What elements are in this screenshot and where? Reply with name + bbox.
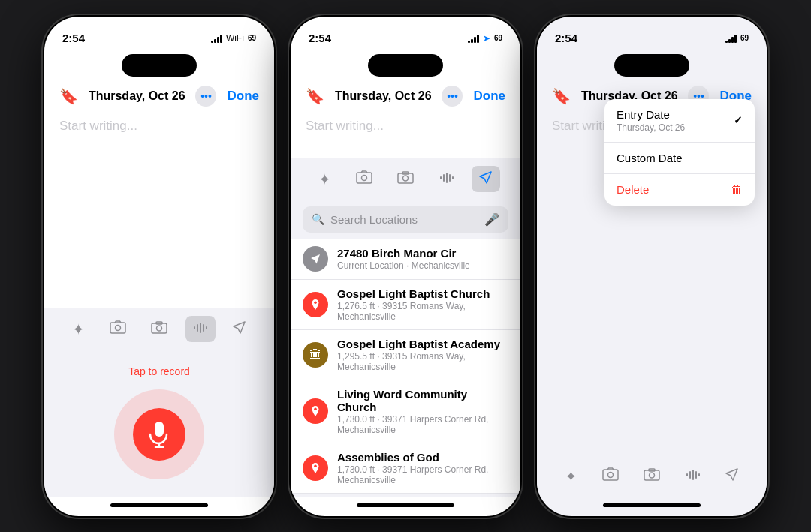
writing-area-2[interactable]: Start writing... bbox=[291, 113, 520, 158]
svg-rect-5 bbox=[194, 326, 195, 329]
svg-rect-32 bbox=[689, 471, 691, 479]
dynamic-island-2 bbox=[368, 54, 443, 77]
mic-button-inner-1[interactable] bbox=[133, 408, 185, 461]
toolbar-location-2[interactable] bbox=[472, 166, 500, 192]
svg-point-16 bbox=[403, 176, 409, 181]
svg-rect-13 bbox=[357, 173, 372, 183]
nav-title-2: Thursday, Oct 26 bbox=[335, 89, 432, 103]
bookmark-icon-1[interactable]: 🔖 bbox=[59, 87, 78, 105]
location-info-4: Assemblies of God 1,730.0 ft · 39371 Har… bbox=[337, 451, 508, 485]
list-item[interactable]: Gospel Light Baptist Church 1,276.5 ft ·… bbox=[291, 280, 520, 330]
svg-rect-20 bbox=[446, 173, 448, 183]
toolbar-2: ✦ bbox=[291, 158, 520, 200]
toolbar-camera-3[interactable] bbox=[636, 463, 668, 489]
svg-rect-18 bbox=[440, 176, 442, 179]
status-bar-3: 2:54 69 bbox=[537, 17, 767, 54]
home-indicator-2 bbox=[357, 503, 454, 507]
svg-point-29 bbox=[650, 473, 655, 478]
time-2: 2:54 bbox=[309, 32, 331, 44]
toolbar-magic-2[interactable]: ✦ bbox=[311, 166, 339, 193]
location-sub-0: Current Location · Mechanicsville bbox=[337, 260, 508, 271]
location-name-3: Living Word Community Church bbox=[337, 388, 508, 413]
svg-rect-7 bbox=[200, 323, 201, 333]
location-icon-brown: 🏛 bbox=[303, 342, 328, 368]
svg-rect-6 bbox=[197, 324, 198, 332]
signal-bar bbox=[211, 41, 213, 43]
svg-rect-9 bbox=[206, 326, 207, 329]
location-name-0: 27480 Birch Manor Cir bbox=[337, 247, 508, 260]
list-item[interactable]: Assemblies of God 1,730.0 ft · 39371 Har… bbox=[291, 443, 520, 494]
mic-button-outer-1[interactable] bbox=[114, 389, 204, 479]
dropdown-delete[interactable]: Delete 🗑 bbox=[604, 174, 755, 206]
svg-rect-34 bbox=[695, 471, 697, 479]
writing-placeholder-2: Start writing... bbox=[306, 119, 384, 133]
trash-icon: 🗑 bbox=[731, 183, 743, 197]
nav-right-1: ••• Done bbox=[195, 86, 259, 107]
svg-rect-8 bbox=[203, 324, 204, 332]
toolbar-location-3[interactable] bbox=[718, 463, 746, 489]
signal-bars-2 bbox=[468, 34, 479, 43]
nav-bar-1: 🔖 Thursday, Oct 26 ••• Done bbox=[44, 80, 274, 113]
svg-rect-33 bbox=[692, 470, 694, 480]
location-status-icon: ➤ bbox=[483, 33, 490, 44]
dropdown-custom-date[interactable]: Custom Date bbox=[604, 143, 755, 174]
location-sub-1: 1,276.5 ft · 39315 Romans Way, Mechanics… bbox=[337, 301, 508, 322]
entry-date-label: Entry Date bbox=[617, 108, 685, 121]
home-indicator-1 bbox=[110, 503, 208, 507]
list-item[interactable]: 27480 Birch Manor Cir Current Location ·… bbox=[291, 239, 520, 280]
svg-rect-15 bbox=[398, 173, 413, 183]
location-info-3: Living Word Community Church 1,730.0 ft … bbox=[337, 388, 508, 435]
toolbar-magic-3[interactable]: ✦ bbox=[557, 463, 585, 490]
bookmark-icon-2[interactable]: 🔖 bbox=[306, 87, 324, 105]
svg-rect-22 bbox=[452, 176, 454, 179]
writing-placeholder-1: Start writing... bbox=[59, 119, 137, 133]
svg-rect-10 bbox=[155, 422, 164, 437]
toolbar-camera-2[interactable] bbox=[390, 166, 421, 192]
phone-2: 2:54 ➤ 69 🔖 Thursday, Oct 26 bbox=[289, 15, 522, 518]
phone-1: 2:54 WiFi 69 🔖 Thursday, Oct 26 bbox=[43, 15, 276, 518]
toolbar-audio-2[interactable] bbox=[432, 166, 462, 192]
status-bar-2: 2:54 ➤ 69 bbox=[291, 17, 520, 54]
battery-percent-3: 69 bbox=[740, 34, 749, 42]
location-icon-red-1 bbox=[303, 292, 328, 317]
svg-point-27 bbox=[608, 473, 614, 478]
location-sub-2: 1,295.5 ft · 39315 Romans Way, Mechanics… bbox=[337, 351, 508, 372]
toolbar-magic-1[interactable]: ✦ bbox=[65, 316, 92, 343]
done-button-2[interactable]: Done bbox=[473, 89, 505, 104]
writing-area-1[interactable]: Start writing... bbox=[44, 113, 274, 308]
done-button-1[interactable]: Done bbox=[227, 89, 259, 104]
list-item[interactable]: 🏛 Gospel Light Baptist Academy 1,295.5 f… bbox=[291, 330, 520, 380]
search-bar-2[interactable]: 🔍 Search Locations 🎤 bbox=[303, 206, 508, 233]
time-1: 2:54 bbox=[62, 32, 85, 44]
bookmark-icon-3[interactable]: 🔖 bbox=[552, 87, 571, 105]
list-item[interactable]: Living Word Community Church 1,730.0 ft … bbox=[291, 380, 520, 443]
toolbar-camera-1[interactable] bbox=[143, 316, 175, 342]
svg-point-14 bbox=[362, 176, 367, 181]
svg-rect-21 bbox=[449, 174, 451, 182]
location-sub-4: 1,730.0 ft · 39371 Harpers Corner Rd, Me… bbox=[337, 464, 508, 485]
tap-to-record-label: Tap to record bbox=[128, 365, 190, 377]
mic-icon-2[interactable]: 🎤 bbox=[484, 212, 499, 227]
nav-right-2: ••• Done bbox=[442, 86, 505, 107]
ellipsis-button-2[interactable]: ••• bbox=[442, 86, 463, 107]
toolbar-photo-1[interactable] bbox=[102, 316, 134, 342]
svg-rect-0 bbox=[110, 323, 125, 333]
toolbar-location-1[interactable] bbox=[225, 316, 254, 342]
toolbar-audio-3[interactable] bbox=[678, 463, 708, 489]
svg-point-25 bbox=[314, 464, 317, 467]
toolbar-photo-3[interactable] bbox=[595, 463, 626, 489]
toolbar-1: ✦ bbox=[44, 308, 274, 350]
dropdown-entry-date[interactable]: Entry Date Thursday, Oct 26 ✓ bbox=[604, 99, 755, 143]
location-name-4: Assemblies of God bbox=[337, 451, 508, 464]
battery-percent-1: 69 bbox=[248, 34, 256, 42]
search-input-2[interactable]: Search Locations bbox=[330, 213, 478, 226]
svg-rect-28 bbox=[644, 470, 659, 480]
location-list-2: 27480 Birch Manor Cir Current Location ·… bbox=[291, 239, 520, 497]
location-icon-gray bbox=[303, 246, 328, 272]
signal-bars-3 bbox=[725, 34, 737, 43]
location-info-0: 27480 Birch Manor Cir Current Location ·… bbox=[337, 247, 508, 271]
toolbar-photo-2[interactable] bbox=[348, 166, 380, 192]
toolbar-audio-1[interactable] bbox=[185, 316, 216, 342]
signal-bar bbox=[217, 37, 219, 43]
ellipsis-button-1[interactable]: ••• bbox=[195, 86, 216, 107]
